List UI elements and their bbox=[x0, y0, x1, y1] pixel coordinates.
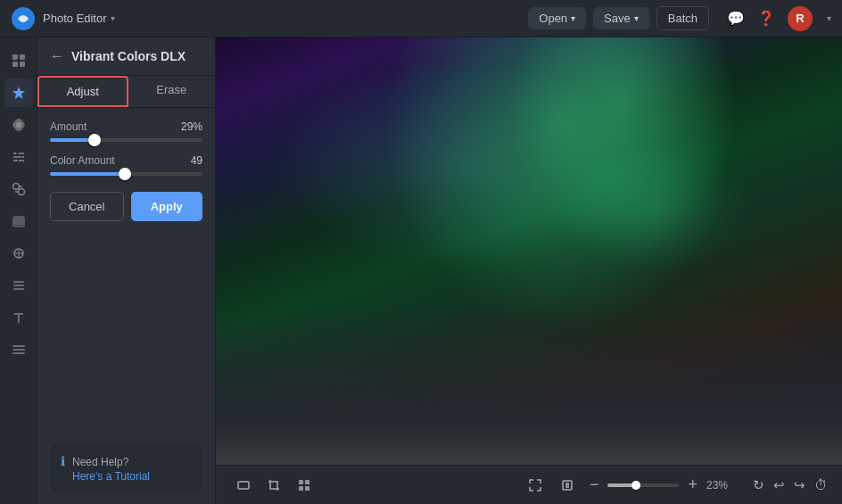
zoom-slider-thumb[interactable] bbox=[632, 481, 640, 490]
svg-rect-2 bbox=[20, 54, 25, 60]
svg-rect-16 bbox=[12, 349, 25, 351]
svg-rect-21 bbox=[299, 486, 303, 491]
color-amount-label: Color Amount bbox=[50, 154, 115, 167]
batch-button[interactable]: Batch bbox=[656, 6, 709, 30]
svg-rect-22 bbox=[305, 486, 310, 491]
bottombar: − + 23% ↻ ↩ ↪ ⏱ bbox=[216, 465, 842, 504]
tab-adjust[interactable]: Adjust bbox=[37, 76, 128, 107]
svg-rect-18 bbox=[238, 482, 249, 489]
sidebar-item-view[interactable] bbox=[4, 111, 33, 139]
redo-icon[interactable]: ↪ bbox=[794, 477, 805, 493]
panel-title: Vibrant Colors DLX bbox=[71, 49, 186, 63]
main-area: ← Vibrant Colors DLX Adjust Erase Amount… bbox=[0, 37, 842, 504]
amount-slider-group: Amount 29% bbox=[50, 120, 202, 142]
svg-rect-14 bbox=[13, 281, 24, 283]
svg-rect-19 bbox=[299, 480, 303, 484]
svg-rect-4 bbox=[20, 62, 25, 67]
color-amount-slider-group: Color Amount 49 bbox=[50, 154, 202, 176]
zoom-value: 23% bbox=[706, 479, 739, 492]
app-name-label: Photo Editor bbox=[43, 12, 107, 25]
apply-button[interactable]: Apply bbox=[131, 192, 203, 221]
image-area: − + 23% ↻ ↩ ↪ ⏱ bbox=[216, 37, 842, 504]
zoom-in-icon[interactable]: + bbox=[684, 472, 701, 498]
fullscreen-icon[interactable] bbox=[522, 472, 549, 499]
tab-erase[interactable]: Erase bbox=[128, 76, 216, 107]
sidebar-item-text[interactable] bbox=[4, 303, 33, 332]
panel-actions: Cancel Apply bbox=[50, 192, 202, 221]
svg-rect-3 bbox=[12, 62, 18, 67]
sidebar-item-adjust[interactable] bbox=[4, 143, 33, 171]
history-icon[interactable]: ⏱ bbox=[814, 477, 828, 492]
crop-icon[interactable] bbox=[260, 472, 287, 499]
topbar-icons: 💬 ❓ R ▾ bbox=[727, 6, 831, 31]
svg-rect-1 bbox=[12, 54, 18, 60]
amount-value: 29% bbox=[181, 120, 202, 133]
help-text: Need Help? bbox=[72, 456, 128, 468]
help-icon[interactable]: ❓ bbox=[757, 10, 775, 27]
panel-header: ← Vibrant Colors DLX bbox=[37, 37, 215, 76]
chat-icon[interactable]: 💬 bbox=[727, 10, 745, 27]
zoom-out-icon[interactable]: − bbox=[586, 472, 603, 498]
svg-rect-17 bbox=[12, 352, 25, 354]
panel: ← Vibrant Colors DLX Adjust Erase Amount… bbox=[37, 37, 216, 504]
panel-body: Amount 29% Color Amount 49 bbox=[37, 108, 215, 432]
icon-sidebar bbox=[0, 37, 37, 504]
svg-point-7 bbox=[18, 189, 24, 195]
svg-point-6 bbox=[12, 184, 19, 190]
amount-label-row: Amount 29% bbox=[50, 120, 202, 133]
color-amount-value: 49 bbox=[191, 154, 202, 167]
panel-tabs: Adjust Erase bbox=[37, 76, 215, 108]
amount-slider-thumb[interactable] bbox=[88, 134, 101, 146]
svg-rect-20 bbox=[305, 480, 310, 484]
app-logo bbox=[11, 6, 36, 31]
bottom-right-icons: ↻ ↩ ↪ ⏱ bbox=[753, 477, 828, 493]
sidebar-item-more[interactable] bbox=[4, 335, 33, 364]
fit-icon[interactable] bbox=[554, 472, 581, 499]
user-avatar[interactable]: R bbox=[788, 6, 813, 31]
sidebar-item-images[interactable] bbox=[4, 46, 33, 75]
svg-rect-15 bbox=[12, 345, 25, 347]
svg-rect-12 bbox=[13, 288, 24, 290]
sidebar-item-effects[interactable] bbox=[4, 78, 33, 107]
app-name-chevron-icon: ▾ bbox=[111, 13, 115, 23]
snow-ground bbox=[216, 302, 842, 465]
open-chevron-icon: ▾ bbox=[571, 13, 575, 23]
help-link[interactable]: Here's a Tutorial bbox=[72, 470, 150, 483]
save-chevron-icon: ▾ bbox=[634, 13, 639, 23]
grid-icon[interactable] bbox=[291, 472, 318, 499]
color-amount-label-row: Color Amount 49 bbox=[50, 154, 202, 167]
avatar-chevron-icon[interactable]: ▾ bbox=[827, 13, 831, 23]
layers-icon[interactable] bbox=[230, 472, 257, 499]
back-icon[interactable]: ← bbox=[50, 48, 64, 64]
sidebar-item-gallery[interactable] bbox=[4, 207, 33, 235]
sidebar-item-layers[interactable] bbox=[4, 271, 33, 300]
open-button[interactable]: Open ▾ bbox=[528, 7, 586, 29]
save-button[interactable]: Save ▾ bbox=[593, 7, 649, 29]
undo-icon[interactable]: ↩ bbox=[773, 477, 785, 493]
refresh-icon[interactable]: ↻ bbox=[753, 477, 764, 493]
topbar: Photo Editor ▾ Open ▾ Save ▾ Batch 💬 ❓ R… bbox=[0, 0, 842, 37]
app-name-group[interactable]: Photo Editor ▾ bbox=[43, 12, 115, 25]
color-amount-slider-thumb[interactable] bbox=[119, 168, 131, 180]
image-canvas bbox=[216, 37, 842, 465]
amount-slider-track[interactable] bbox=[50, 138, 202, 142]
zoom-controls: − + 23% bbox=[522, 472, 739, 499]
color-amount-slider-track[interactable] bbox=[50, 172, 202, 176]
zoom-slider[interactable] bbox=[607, 483, 679, 487]
sidebar-item-objects[interactable] bbox=[4, 239, 33, 268]
help-box: ℹ Need Help? Here's a Tutorial bbox=[50, 444, 202, 492]
help-content: Need Help? Here's a Tutorial bbox=[72, 453, 150, 483]
color-amount-slider-fill bbox=[50, 172, 125, 176]
sidebar-item-filters[interactable] bbox=[4, 175, 33, 203]
svg-point-5 bbox=[15, 122, 21, 128]
cancel-button[interactable]: Cancel bbox=[50, 192, 124, 221]
info-icon: ℹ bbox=[61, 454, 65, 468]
amount-label: Amount bbox=[50, 120, 87, 133]
svg-rect-13 bbox=[13, 285, 24, 286]
